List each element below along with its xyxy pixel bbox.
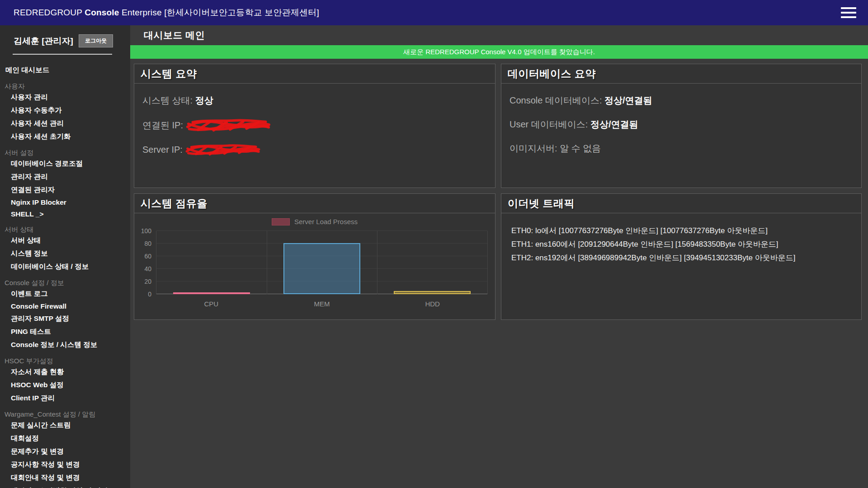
x-axis-label: CPU bbox=[156, 300, 267, 308]
summary-value: 정상/연결됨 bbox=[590, 118, 638, 131]
sidebar-section-hsoc: HSOC 부가설정 bbox=[0, 357, 130, 366]
legend-label: Server Load Prosess bbox=[294, 218, 358, 225]
sidebar-item-system-info[interactable]: 시스템 정보 bbox=[0, 247, 130, 260]
sidebar-item-ping-test[interactable]: PING 테스트 bbox=[0, 325, 130, 338]
bar-mem bbox=[283, 243, 361, 294]
sidebar-section-console-settings: Console 설정 / 정보 bbox=[0, 279, 130, 287]
hamburger-menu-icon[interactable] bbox=[841, 7, 856, 18]
app-title: REDREDGROUP Console Enterprise [한세사이버보안고… bbox=[14, 7, 319, 19]
sidebar-item-db-status-info[interactable]: 데이터베이스 상태 / 정보 bbox=[0, 260, 130, 273]
sidebar: 김세훈 [관리자] 로그아웃 메인 대시보드사용자사용자 관리사용자 수동추가사… bbox=[0, 25, 130, 488]
user-db-row: User 데이터베이스: 정상/연결됨 bbox=[509, 118, 853, 131]
sidebar-item-console-info[interactable]: Console 정보 / 시스템 정보 bbox=[0, 338, 130, 352]
chart-xaxis: CPUMEMHDD bbox=[156, 300, 488, 308]
user-name: 김세훈 [관리자] bbox=[14, 35, 73, 47]
sidebar-divider bbox=[13, 54, 112, 55]
chart-slot-mem bbox=[267, 231, 377, 294]
sidebar-nav: 메인 대시보드사용자사용자 관리사용자 수동추가사용자 세션 관리사용자 세션 … bbox=[0, 58, 130, 488]
update-alert-banner: 새로운 REDREDGROUP Console V4.0 업데이트를 찾았습니다… bbox=[130, 45, 868, 59]
sidebar-item-admin-smtp[interactable]: 관리자 SMTP 설정 bbox=[0, 312, 130, 325]
sidebar-item-connected-admins[interactable]: 연결된 관리자 bbox=[0, 183, 130, 197]
sidebar-item-privacy-policy-edit[interactable]: 개인정보수집방침 작성 및 변경 bbox=[0, 484, 130, 488]
system-usage-chart: 020406080100 CPUMEMHDD bbox=[138, 225, 491, 310]
sidebar-item-hsoc-web-settings[interactable]: HSOC Web 설정 bbox=[0, 379, 130, 392]
sidebar-item-problem-add-edit[interactable]: 문제추가 및 변경 bbox=[0, 445, 130, 458]
sidebar-item-main-dashboard[interactable]: 메인 대시보드 bbox=[0, 64, 130, 77]
page-title: 대시보드 메인 bbox=[144, 29, 868, 42]
chart-plot bbox=[156, 231, 488, 294]
y-axis-tick: 100 bbox=[141, 227, 151, 235]
panel-title: 데이터베이스 요약 bbox=[501, 64, 861, 84]
redaction-scribble bbox=[184, 144, 261, 156]
ethernet-line: ETH1: ens160에서 [2091290644Byte 인바운드] [15… bbox=[511, 238, 853, 251]
system-summary-body: 시스템 상태: 정상연결된 IP:Server IP: bbox=[134, 84, 495, 156]
sidebar-item-problem-stream[interactable]: 문제 실시간 스트림 bbox=[0, 419, 130, 432]
sidebar-item-notice-edit[interactable]: 공지사항 작성 및 변경 bbox=[0, 458, 130, 471]
image-server-row: 이미지서버: 알 수 없음 bbox=[509, 142, 853, 155]
sidebar-item-admin-management[interactable]: 관리자 관리 bbox=[0, 170, 130, 183]
sidebar-section-server-settings: 서버 설정 bbox=[0, 149, 130, 157]
panel-title: 이더넷 트래픽 bbox=[501, 194, 861, 213]
database-summary-body: Console 데이터베이스: 정상/연결됨User 데이터베이스: 정상/연결… bbox=[501, 84, 861, 155]
console-db-row: Console 데이터베이스: 정상/연결됨 bbox=[509, 94, 853, 107]
sidebar-item-user-manual-add[interactable]: 사용자 수동추가 bbox=[0, 104, 130, 117]
system-summary-panel: 시스템 요약 시스템 상태: 정상연결된 IP:Server IP: bbox=[134, 64, 495, 188]
panel-title: 시스템 요약 bbox=[134, 64, 495, 84]
y-axis-tick: 80 bbox=[144, 240, 151, 247]
ethernet-traffic-panel: 이더넷 트래픽 ETH0: lo에서 [10077637276Byte 인바운드… bbox=[501, 193, 862, 320]
sidebar-item-event-log[interactable]: 이벤트 로그 bbox=[0, 287, 130, 300]
connected-ip-row: 연결된 IP: bbox=[142, 118, 487, 132]
summary-value: 정상/연결됨 bbox=[604, 94, 652, 107]
sidebar-item-coverletter-status[interactable]: 자소서 제출 현황 bbox=[0, 366, 130, 379]
summary-label: 이미지서버: bbox=[509, 142, 560, 155]
y-axis-tick: 20 bbox=[144, 278, 151, 285]
summary-label: Server IP: bbox=[142, 145, 183, 155]
sidebar-item-server-status[interactable]: 서버 상태 bbox=[0, 234, 130, 247]
sidebar-item-user-session-reset[interactable]: 사용자 세션 초기화 bbox=[0, 130, 130, 143]
redaction-scribble-icon bbox=[184, 144, 261, 156]
panel-title: 시스템 점유율 bbox=[134, 194, 495, 213]
sidebar-item-shell[interactable]: SHELL _> bbox=[0, 208, 130, 220]
chart-legend: Server Load Prosess bbox=[134, 218, 495, 225]
sidebar-item-user-session-management[interactable]: 사용자 세션 관리 bbox=[0, 117, 130, 130]
ethernet-line: ETH2: ens192에서 [389496989942Byte 인바운드] [… bbox=[511, 251, 853, 265]
bar-hdd bbox=[394, 291, 471, 294]
sidebar-item-db-path[interactable]: 데이터베이스 경로조절 bbox=[0, 157, 130, 170]
y-axis-tick: 60 bbox=[144, 253, 151, 260]
summary-label: 연결된 IP: bbox=[142, 119, 183, 131]
sidebar-item-user-management[interactable]: 사용자 관리 bbox=[0, 91, 130, 104]
database-summary-panel: 데이터베이스 요약 Console 데이터베이스: 정상/연결됨User 데이터… bbox=[501, 64, 862, 188]
x-axis-label: HDD bbox=[377, 300, 488, 308]
summary-label: Console 데이터베이스: bbox=[509, 94, 604, 107]
summary-label: User 데이터베이스: bbox=[509, 118, 590, 131]
chart-yaxis: 020406080100 bbox=[138, 231, 154, 294]
dashboard-grid: 시스템 요약 시스템 상태: 정상연결된 IP:Server IP: 데이터베이… bbox=[134, 64, 862, 320]
sidebar-section-wargame: Wargame_Contest 설정 / 알림 bbox=[0, 410, 130, 419]
sidebar-item-contest-settings[interactable]: 대회설정 bbox=[0, 432, 130, 445]
y-axis-tick: 0 bbox=[148, 291, 151, 298]
x-axis-label: MEM bbox=[267, 300, 377, 308]
redaction-scribble bbox=[185, 118, 272, 132]
sidebar-section-users: 사용자 bbox=[0, 82, 130, 91]
system-usage-panel: 시스템 점유율 Server Load Prosess 020406080100… bbox=[134, 193, 495, 320]
legend-color-box bbox=[272, 218, 290, 225]
sidebar-item-client-ip[interactable]: Client IP 관리 bbox=[0, 392, 130, 405]
gridline bbox=[377, 231, 377, 294]
sidebar-section-server-status: 서버 상태 bbox=[0, 225, 130, 234]
y-axis-tick: 40 bbox=[144, 265, 151, 272]
logout-button[interactable]: 로그아웃 bbox=[79, 34, 113, 47]
sidebar-item-contest-guide-edit[interactable]: 대회안내 작성 및 변경 bbox=[0, 471, 130, 484]
redaction-scribble-icon bbox=[185, 118, 272, 132]
gridline bbox=[267, 231, 267, 294]
main-content: 대시보드 메인 새로운 REDREDGROUP Console V4.0 업데이… bbox=[130, 25, 868, 488]
ethernet-body: ETH0: lo에서 [10077637276Byte 인바운드] [10077… bbox=[501, 213, 861, 265]
chart-slot-hdd bbox=[377, 231, 487, 294]
chart-slot-cpu bbox=[156, 231, 267, 294]
sidebar-item-nginx-ip-blocker[interactable]: Nginx IP Blocker bbox=[0, 197, 130, 208]
sidebar-item-console-firewall[interactable]: Console Firewall bbox=[0, 300, 130, 312]
summary-label: 시스템 상태: bbox=[142, 94, 195, 107]
summary-value: 알 수 없음 bbox=[560, 142, 601, 155]
bar-cpu bbox=[173, 292, 250, 294]
user-row: 김세훈 [관리자] 로그아웃 bbox=[0, 25, 130, 47]
server-ip-row: Server IP: bbox=[142, 144, 487, 156]
